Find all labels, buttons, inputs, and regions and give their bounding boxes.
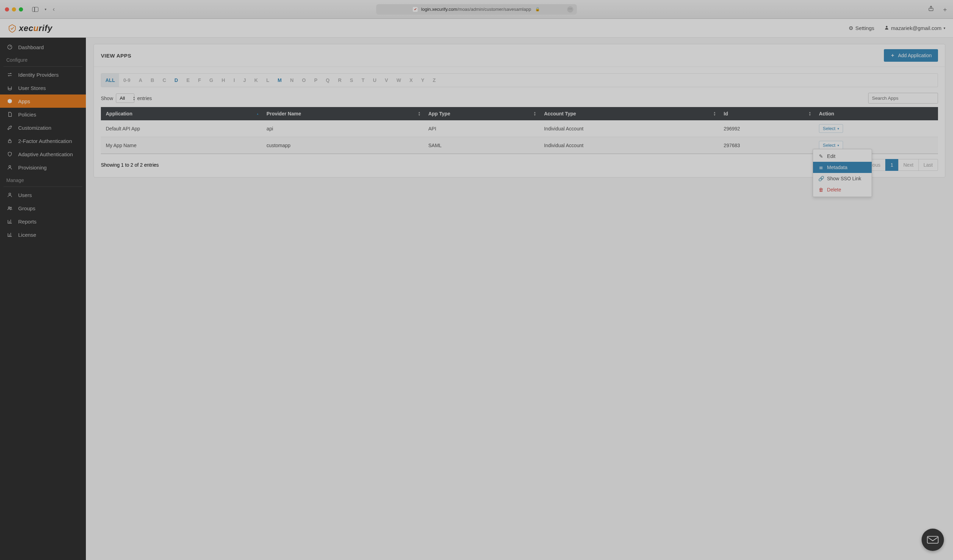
- action-dropdown: ✎ Edit ≣ Metadata 🔗 Sho: [813, 149, 872, 197]
- sidebar-item-groups[interactable]: Groups: [0, 201, 86, 215]
- page-next[interactable]: Next: [898, 159, 919, 171]
- sidebar-item-apps[interactable]: Apps: [0, 94, 86, 108]
- settings-link[interactable]: ⚙ Settings: [849, 25, 874, 31]
- dropdown-item-show-sso-link[interactable]: 🔗 Show SSO Link: [813, 173, 872, 184]
- app-header: xecurify ⚙ Settings mazariek@gmail.com ▾: [0, 19, 953, 38]
- alpha-filter-r: R: [334, 74, 346, 87]
- col-provider-name[interactable]: Provider Name▴▾: [262, 107, 424, 120]
- url-bar[interactable]: ✔ login.xecurify.com/moas/admin/customer…: [376, 4, 577, 15]
- sidebar-item-label: Dashboard: [18, 45, 43, 50]
- sidebar-item-identity-providers[interactable]: Identity Providers: [0, 68, 86, 81]
- alpha-filter-t: T: [357, 74, 369, 87]
- user-icon: [6, 192, 13, 198]
- gauge-icon: [6, 44, 13, 50]
- table-info: Showing 1 to 2 of 2 entries: [101, 162, 159, 168]
- fullscreen-window-icon[interactable]: [19, 7, 23, 11]
- panel-title: VIEW APPS: [101, 53, 131, 59]
- add-application-label: Add Application: [898, 53, 932, 58]
- sidebar-item-customization[interactable]: Customization: [0, 121, 86, 134]
- alpha-filter-d[interactable]: D: [170, 74, 182, 87]
- col-application[interactable]: Application▴: [101, 107, 262, 120]
- cell-action: Select ▾ ✎ Edit ≣: [814, 137, 938, 154]
- close-window-icon[interactable]: [5, 7, 9, 11]
- caret-down-icon: ▾: [837, 144, 839, 147]
- sort-icon: ▴▾: [534, 111, 535, 116]
- sidebar-item-label: Users: [18, 192, 32, 198]
- col-app-type[interactable]: App Type▴▾: [424, 107, 539, 120]
- select-action-button[interactable]: Select ▾: [819, 141, 843, 150]
- table-row: Default API App api API Individual Accou…: [101, 120, 938, 137]
- cell-app-type: API: [424, 120, 539, 137]
- view-apps-panel: VIEW APPS ＋ Add Application ALL0-9ABCDEF…: [93, 44, 945, 178]
- mail-icon: [927, 535, 939, 544]
- alpha-filter-o: O: [298, 74, 310, 87]
- minimize-window-icon[interactable]: [12, 7, 16, 11]
- svg-point-8: [11, 207, 11, 208]
- alpha-filter-k: K: [250, 74, 262, 87]
- col-action: Action: [814, 107, 938, 120]
- alpha-filter-y: Y: [417, 74, 428, 87]
- page-number[interactable]: 1: [885, 159, 899, 171]
- url-text: login.xecurify.com/moas/admin/customer/s…: [421, 7, 531, 12]
- chart-icon: [6, 232, 13, 237]
- sidebar-item-policies[interactable]: Policies: [0, 108, 86, 121]
- sidebar-item-label: Apps: [18, 99, 30, 104]
- lock-icon: [6, 138, 13, 144]
- show-label: Show: [101, 96, 113, 101]
- sidebar-toggle-icon[interactable]: [32, 7, 39, 12]
- sort-icon: ▴▾: [714, 111, 715, 116]
- sidebar-item-provisioning[interactable]: Provisioning: [0, 161, 86, 174]
- svg-rect-9: [927, 536, 938, 543]
- sort-icon: ▴▾: [809, 111, 810, 116]
- col-id[interactable]: Id▴▾: [719, 107, 814, 120]
- panel-header: VIEW APPS ＋ Add Application: [94, 44, 945, 67]
- alpha-filter-x: X: [405, 74, 417, 87]
- dropdown-item-metadata[interactable]: ≣ Metadata: [813, 162, 872, 173]
- shield-icon: [6, 151, 13, 157]
- user-menu[interactable]: mazariek@gmail.com ▾: [884, 25, 945, 31]
- new-tab-icon[interactable]: ＋: [942, 5, 948, 14]
- sidebar-item-label: User Stores: [18, 85, 46, 91]
- back-arrow-icon[interactable]: ‹: [53, 6, 55, 13]
- alpha-filter-w: W: [393, 74, 405, 87]
- sidebar-section-configure: Configure: [0, 54, 86, 65]
- user-icon: [6, 165, 13, 170]
- page-last[interactable]: Last: [919, 159, 938, 171]
- traffic-lights: [5, 7, 23, 11]
- sidebar-item-license[interactable]: License: [0, 228, 86, 241]
- sidebar-section-manage: Manage: [0, 174, 86, 185]
- brand-logo-icon: [8, 24, 17, 33]
- dropdown-item-edit[interactable]: ✎ Edit: [813, 151, 872, 162]
- sidebar-item-2fa[interactable]: 2-Factor Authentication: [0, 134, 86, 147]
- brand: xecurify: [8, 23, 52, 33]
- alpha-filter-e: E: [182, 74, 194, 87]
- select-action-button[interactable]: Select ▾: [819, 124, 843, 133]
- more-icon[interactable]: ⋯: [567, 6, 574, 12]
- search-input[interactable]: [868, 93, 938, 104]
- add-application-button[interactable]: ＋ Add Application: [884, 49, 938, 62]
- cell-app-type: SAML: [424, 137, 539, 154]
- cell-id: 297683: [719, 137, 814, 154]
- chevron-down-icon[interactable]: ▾: [45, 7, 47, 11]
- alpha-filter-all[interactable]: ALL: [101, 74, 119, 87]
- alpha-filter-i: I: [229, 74, 239, 87]
- alpha-filter-u: U: [369, 74, 380, 87]
- sidebar-item-dashboard[interactable]: Dashboard: [0, 40, 86, 54]
- alpha-filter-f: F: [194, 74, 205, 87]
- col-account-type[interactable]: Account Type▴▾: [539, 107, 719, 120]
- cell-provider: customapp: [262, 137, 424, 154]
- sidebar-item-label: Reports: [18, 219, 37, 224]
- sidebar-item-adaptive-auth[interactable]: Adaptive Authentication: [0, 147, 86, 161]
- alpha-filter-m[interactable]: M: [273, 74, 286, 87]
- mail-fab[interactable]: [922, 529, 944, 551]
- caret-down-icon: ▾: [837, 127, 839, 130]
- show-entries-select[interactable]: All: [116, 93, 134, 103]
- settings-label: Settings: [855, 25, 874, 31]
- sidebar-item-reports[interactable]: Reports: [0, 215, 86, 228]
- share-icon[interactable]: [928, 5, 934, 14]
- user-icon: [884, 25, 889, 31]
- sidebar-item-users[interactable]: Users: [0, 188, 86, 201]
- alpha-filter-v: V: [380, 74, 392, 87]
- dropdown-item-delete[interactable]: 🗑 Delete: [813, 184, 872, 195]
- sidebar-item-user-stores[interactable]: User Stores: [0, 81, 86, 94]
